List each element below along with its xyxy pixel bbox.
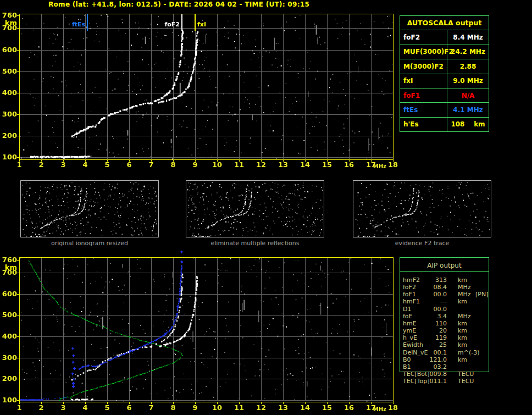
y-tick-label: 760 [0,12,17,19]
aip-param-value: 25 [424,341,447,348]
bottom-profile-canvas [16,250,394,404]
panel-canvas-2 [186,181,324,237]
aip-param-value: 20 [424,327,447,334]
y-tick-label: 100 [0,153,17,161]
aip-param-unit: km [458,298,467,305]
panel-2 [186,180,324,237]
panel-caption-2: eliminate multiple reflections [186,240,324,247]
aip-row: DelN_vE00.1m^(-3) [400,349,504,356]
x-tick-label: 18 [388,403,398,412]
table-row: fxI9.0 MHz [400,74,489,88]
aip-param-label: D1 [403,306,411,313]
aip-row: TEC[Top]011.1TECU [400,378,504,385]
y-axis-unit: km [0,19,17,27]
aip-param-label: foF1 [403,291,416,298]
aip-param-label: foF2 [403,284,416,291]
x-tick-label: 6 [126,403,131,412]
aip-param-unit: km [458,320,467,327]
x-tick-label: 18 [388,161,398,169]
aip-param-unit: km [458,276,467,284]
autoscala-param-label: foF2 [400,30,447,44]
aip-row: hmE110km [400,320,504,327]
x-tick-label: 14 [300,403,310,412]
aip-param-unit: TECU [458,378,474,385]
aip-param-unit: MHz [458,284,471,291]
aip-table-title: AIP output [400,262,489,269]
aip-param-value: 313 [424,276,447,284]
aip-param-unit: km [458,327,467,334]
x-tick-label: 9 [192,403,197,412]
x-tick-label: 4 [82,403,87,412]
panel-canvas-3 [353,181,491,237]
table-row: h'Es108 km [400,117,489,131]
x-tick-label: 11 [234,403,244,412]
aip-row: D100.0 [400,306,504,313]
panel-3 [353,180,491,237]
aip-row: foF100.0MHz[PN] [400,291,504,298]
aip-param-value: 121.0 [424,356,447,363]
top-ionogram-canvas [16,14,394,162]
autoscala-param-value: 8.4 MHz [447,30,489,44]
x-tick-label: 8 [170,161,175,169]
aip-param-value: 08.4 [424,284,447,291]
y-tick-label: 100 [0,396,17,404]
aip-param-unit: km [458,341,467,348]
table-row: foF28.4 MHz [400,30,489,44]
panel-caption-3: evidence F2 trace [353,240,491,247]
x-tick-label: 9 [192,161,197,169]
y-tick-label: 500 [0,68,17,75]
aip-param-value: 00.1 [424,349,447,356]
autoscala-param-label: M(3000)F2 [400,59,447,73]
table-row: MUF(3000)F224.2 MHz [400,45,489,59]
y-tick-label: 600 [0,46,17,54]
x-tick-label: 10 [212,161,222,169]
y-tick-label: 300 [0,354,17,362]
aip-row: foE3.4MHz [400,313,504,320]
x-tick-label: 12 [256,161,266,169]
marker-label-fxi: fxI [197,21,206,28]
aip-param-label: foE [403,313,413,320]
aip-row: Ewidth25km [400,341,504,348]
x-tick-label: 15 [322,403,332,412]
x-tick-label: 2 [38,403,43,412]
autoscala-param-value: 9.0 MHz [447,74,489,88]
y-tick-label: 300 [0,110,17,118]
x-tick-label: 1 [16,403,21,412]
aip-param-label: hmF2 [403,276,420,284]
aip-param-label: Ewidth [403,341,423,348]
x-tick-label: 3 [60,403,65,412]
table-row: ftEs4.1 MHz [400,102,489,117]
x-tick-label: 10 [212,403,222,412]
y-axis-unit: km [0,264,17,272]
aip-param-unit: m^(-3) [458,349,479,356]
aip-param-value: 011.1 [424,378,447,385]
marker-label-fof2: foF2 [161,21,180,28]
marker-line-ftes [87,14,88,31]
y-tick-label: 200 [0,375,17,383]
aip-param-label: h_vE [403,334,417,341]
aip-param-value: 009.8 [424,370,447,378]
aip-param-value: 3.4 [424,313,447,320]
autoscala-param-label: MUF(3000)F2 [400,45,447,59]
x-tick-label: 5 [104,161,109,169]
x-tick-label: 6 [126,161,131,169]
aip-param-value: --- [424,298,447,305]
x-tick-label: 7 [148,161,153,169]
y-tick-label: 500 [0,311,17,319]
y-tick-label: 200 [0,132,17,140]
autoscala-param-value: 24.2 MHz [447,45,489,59]
panel-caption-1: original ionogram resized [20,240,159,247]
aip-row: B103.2 [400,363,504,370]
autoscala-output-table: AUTOSCALA output foF28.4 MHzMUF(3000)F22… [400,15,489,132]
autoscala-param-value: 4.1 MHz [447,103,489,117]
marker-line-fxi [195,14,196,31]
aip-param-unit: TECU [458,370,474,378]
marker-label-ftes: ftEs [66,21,85,28]
x-tick-label: 8 [170,403,175,412]
aip-row: hmF2313km [400,276,504,284]
aip-param-value: 00.0 [424,306,447,313]
aip-param-unit: km [458,356,467,363]
y-tick-label: 600 [0,290,17,298]
aip-row: ymE20km [400,327,504,334]
table-row: M(3000)F22.88 [400,59,489,73]
